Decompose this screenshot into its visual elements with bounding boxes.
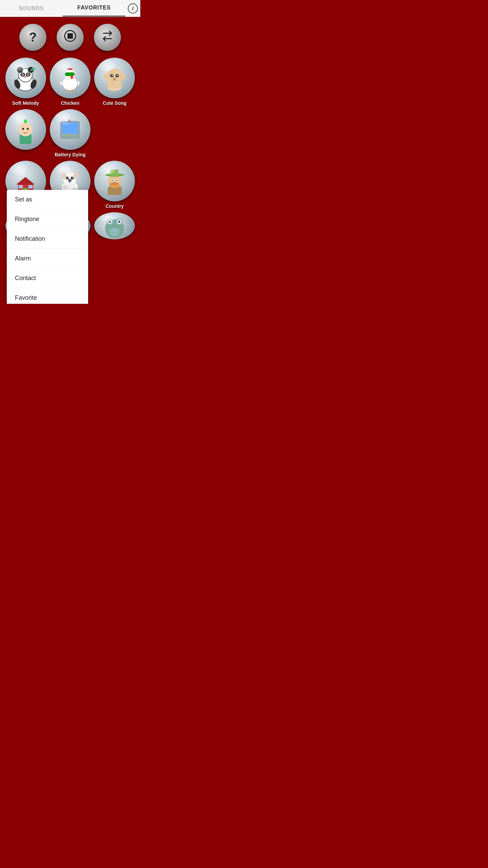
svg-point-10 — [22, 74, 23, 75]
svg-point-79 — [113, 185, 116, 188]
svg-point-62 — [67, 177, 68, 178]
svg-point-106 — [109, 221, 111, 223]
svg-point-74 — [116, 180, 118, 181]
sound-circle-chicken — [50, 58, 90, 98]
dropdown-item-contact[interactable]: Contact — [7, 269, 88, 288]
panda-icon — [11, 64, 40, 93]
sound-label-cute-song: Cute Song — [103, 100, 126, 106]
svg-point-23 — [70, 76, 73, 79]
repeat-button[interactable] — [94, 24, 121, 51]
svg-rect-44 — [63, 135, 65, 136]
svg-point-73 — [111, 180, 113, 181]
svg-rect-47 — [73, 135, 76, 136]
svg-point-11 — [28, 74, 29, 75]
svg-point-4 — [17, 67, 23, 73]
sound-label-country: Country — [105, 203, 124, 209]
svg-point-34 — [113, 78, 116, 81]
svg-point-64 — [68, 179, 72, 182]
svg-point-21 — [67, 74, 68, 75]
sound-circle-frog — [94, 212, 135, 239]
svg-point-65 — [62, 185, 68, 189]
svg-rect-45 — [66, 135, 69, 136]
svg-point-63 — [72, 177, 73, 178]
punk-icon — [11, 115, 40, 144]
svg-line-24 — [66, 90, 68, 93]
cute-baby-icon — [100, 64, 129, 93]
svg-point-12 — [24, 76, 27, 78]
sound-grid: Soft Melody — [0, 54, 140, 109]
repeat-icon — [101, 29, 114, 45]
question-icon: ? — [29, 30, 37, 44]
svg-point-40 — [27, 128, 29, 130]
tab-favorites[interactable]: FAVORITES — [63, 0, 125, 17]
svg-rect-46 — [69, 135, 72, 136]
svg-point-36 — [115, 77, 116, 78]
dropdown-item-favorite[interactable]: Favorite — [7, 288, 88, 304]
dropdown-menu: Set as Ringtone Notification Alarm Conta… — [7, 190, 88, 304]
sound-item-battery-dying[interactable]: Battery Dying — [49, 109, 90, 157]
svg-point-38 — [19, 123, 32, 136]
svg-point-35 — [113, 77, 114, 78]
dropdown-item-ringtone[interactable]: Ringtone — [7, 210, 88, 229]
svg-point-39 — [22, 128, 24, 130]
sound-item-cute-song[interactable]: Cute Song — [94, 58, 135, 106]
svg-rect-53 — [19, 185, 23, 189]
sound-item-country[interactable]: Country — [94, 161, 135, 209]
phone-icon — [56, 115, 84, 144]
sound-label-battery-dying: Battery Dying — [55, 152, 85, 157]
sound-circle-battery-dying — [50, 109, 90, 150]
info-icon: i — [128, 3, 138, 14]
help-button[interactable]: ? — [19, 24, 46, 51]
svg-point-29 — [120, 74, 125, 79]
chicken-icon — [56, 64, 84, 93]
sound-grid-row2: Punk Battery Dying — [0, 109, 140, 161]
sound-label-soft-melody: Soft Melody — [12, 100, 39, 106]
cowboy-icon — [100, 167, 129, 196]
tab-sounds[interactable]: SOUNDS — [0, 1, 63, 16]
controls-row: ? — [0, 17, 140, 54]
svg-rect-70 — [110, 170, 119, 176]
svg-line-25 — [72, 90, 73, 93]
sound-item-soft-melody[interactable]: Soft Melody — [5, 58, 46, 106]
svg-point-107 — [118, 221, 120, 223]
svg-marker-51 — [16, 177, 35, 184]
svg-point-28 — [104, 74, 109, 79]
sound-circle-punk — [5, 109, 46, 150]
sound-item-chicken[interactable]: Chicken — [49, 58, 90, 106]
sound-item-frog[interactable] — [94, 212, 135, 239]
sound-item-punk[interactable]: Punk — [5, 109, 46, 157]
sound-circle-cute-song — [94, 58, 135, 98]
sound-item-empty — [94, 109, 135, 157]
dropdown-item-notification[interactable]: Notification — [7, 229, 88, 249]
sound-circle-country — [94, 161, 135, 201]
info-button[interactable]: i — [125, 1, 140, 16]
svg-rect-1 — [67, 33, 73, 39]
tab-bar: SOUNDS FAVORITES i — [0, 0, 140, 17]
svg-point-108 — [109, 228, 120, 236]
svg-point-22 — [71, 74, 73, 75]
sound-label-chicken: Chicken — [61, 100, 79, 106]
sound-circle-soft-melody — [5, 58, 46, 98]
stop-button[interactable] — [57, 24, 84, 51]
svg-point-33 — [117, 75, 118, 76]
dropdown-item-alarm[interactable]: Alarm — [7, 249, 88, 269]
dropdown-header: Set as — [7, 190, 88, 210]
svg-rect-54 — [28, 185, 33, 189]
stop-icon — [64, 30, 76, 45]
svg-rect-49 — [68, 119, 70, 122]
svg-point-32 — [111, 75, 113, 76]
svg-rect-48 — [63, 123, 69, 124]
